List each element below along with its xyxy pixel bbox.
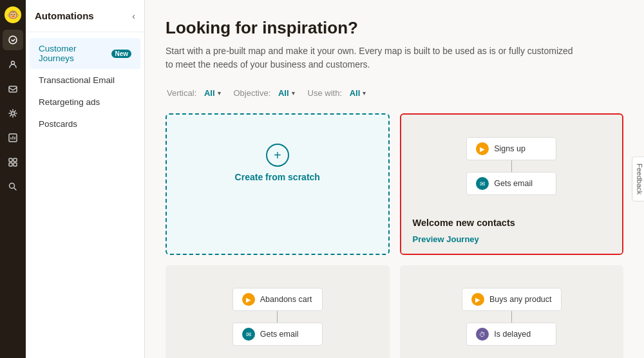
play-icon: ▶ — [471, 293, 484, 306]
page-subtext: Start with a pre-built map and make it y… — [166, 44, 578, 71]
sidebar: Automations ‹ Customer Journeys New Tran… — [26, 0, 145, 358]
chevron-down-icon: ▾ — [292, 90, 295, 97]
flow-node-gets-email: ✉ Gets email — [466, 172, 556, 195]
flow-node-buys-product: ▶ Buys any product — [462, 288, 562, 311]
feedback-tab[interactable]: Feedback — [632, 156, 644, 202]
node-label: Buys any product — [489, 295, 552, 304]
svg-point-0 — [9, 36, 17, 44]
play-icon: ▶ — [476, 142, 489, 155]
sidebar-item-customer-journeys[interactable]: Customer Journeys New — [30, 38, 140, 69]
sidebar-item-label: Retargeting ads — [39, 97, 100, 107]
cards-grid: + Create from scratch ▶ Signs up ✉ Gets … — [166, 113, 623, 358]
sidebar-item-label: Customer Journeys — [39, 44, 104, 63]
filter-vertical[interactable]: Vertical: All ▾ — [166, 86, 222, 100]
icon-reports[interactable] — [3, 127, 23, 148]
icon-search[interactable] — [3, 176, 23, 197]
icon-journeys[interactable] — [3, 30, 23, 50]
svg-rect-2 — [9, 86, 17, 92]
sidebar-item-postcards[interactable]: Postcards — [30, 113, 140, 135]
svg-rect-5 — [9, 158, 12, 162]
node-label: Is delayed — [494, 330, 531, 339]
icon-integrations[interactable] — [3, 152, 23, 173]
preview-journey-link[interactable]: Preview Journey — [413, 234, 479, 244]
node-label: Abandons cart — [260, 295, 312, 304]
plus-circle-icon: + — [266, 144, 289, 167]
create-from-scratch-label: Create from scratch — [235, 172, 320, 182]
new-badge: New — [111, 50, 131, 58]
chevron-down-icon: ▾ — [218, 90, 221, 97]
mailchimp-logo[interactable]: 🐵 — [5, 6, 21, 23]
icon-sidebar: 🐵 — [0, 0, 26, 358]
icon-campaigns[interactable] — [3, 79, 23, 99]
sidebar-title: Automations — [35, 10, 94, 21]
flow-preview-area: ▶ Buys any product ⏱ Is delayed — [400, 265, 624, 358]
filter-objective-value: All — [278, 88, 289, 98]
filter-objective-label: Objective: — [234, 88, 271, 98]
flow-node-gets-email: ✉ Gets email — [232, 323, 323, 346]
flow-node-signs-up: ▶ Signs up — [466, 137, 556, 160]
card-footer: Welcome new contacts Preview Journey — [401, 211, 623, 254]
sidebar-header: Automations ‹ — [26, 0, 144, 32]
icon-automations[interactable] — [3, 103, 23, 124]
flow-connector — [277, 311, 278, 323]
abandoned-cart-card: ▶ Abandons cart ✉ Gets email Send multip… — [166, 265, 390, 358]
svg-rect-6 — [14, 158, 17, 162]
svg-rect-7 — [9, 163, 12, 166]
node-label: Gets email — [260, 330, 299, 339]
sidebar-item-retargeting-ads[interactable]: Retargeting ads — [30, 91, 140, 113]
flow-preview-area: ▶ Abandons cart ✉ Gets email — [166, 265, 390, 358]
flow-node-is-delayed: ⏱ Is delayed — [466, 323, 556, 346]
svg-rect-8 — [14, 163, 17, 166]
page-heading: Looking for inspiration? — [166, 18, 623, 38]
flow-connector — [511, 160, 512, 172]
filter-use-with-value: All — [350, 88, 361, 98]
svg-point-3 — [12, 112, 15, 115]
main-content: Looking for inspiration? Start with a pr… — [145, 0, 644, 358]
create-scratch-card[interactable]: + Create from scratch — [166, 113, 390, 255]
filter-objective[interactable]: Objective: All ▾ — [232, 86, 296, 100]
filter-use-with[interactable]: Use with: All ▾ — [307, 86, 368, 100]
repeat-customers-card: ▶ Buys any product ⏱ Is delayed Create r… — [400, 265, 624, 358]
sidebar-nav: Customer Journeys New Transactional Emai… — [26, 32, 144, 140]
welcome-contacts-card: ▶ Signs up ✉ Gets email Welcome new cont… — [400, 113, 624, 255]
sidebar-item-transactional-email[interactable]: Transactional Email — [30, 70, 140, 91]
clock-icon: ⏱ — [476, 328, 489, 341]
sidebar-item-label: Transactional Email — [39, 75, 115, 85]
email-icon: ✉ — [242, 328, 255, 341]
node-label: Signs up — [494, 144, 526, 153]
create-scratch-area[interactable]: + Create from scratch — [167, 115, 388, 211]
filter-vertical-label: Vertical: — [167, 88, 196, 98]
filter-use-with-label: Use with: — [308, 88, 342, 98]
node-label: Gets email — [494, 179, 533, 188]
sidebar-item-label: Postcards — [39, 119, 77, 129]
filters-row: Vertical: All ▾ Objective: All ▾ Use wit… — [166, 86, 623, 100]
flow-preview-area: ▶ Signs up ✉ Gets email — [401, 115, 623, 211]
filter-vertical-value: All — [204, 88, 215, 98]
flow-node-abandons-cart: ▶ Abandons cart — [232, 288, 323, 311]
chevron-down-icon: ▾ — [363, 90, 366, 97]
icon-contacts[interactable] — [3, 54, 23, 75]
card-title: Welcome new contacts — [413, 218, 611, 228]
sidebar-collapse-button[interactable]: ‹ — [132, 11, 135, 21]
email-icon: ✉ — [476, 177, 489, 190]
flow-connector — [511, 311, 512, 323]
play-icon: ▶ — [242, 293, 255, 306]
